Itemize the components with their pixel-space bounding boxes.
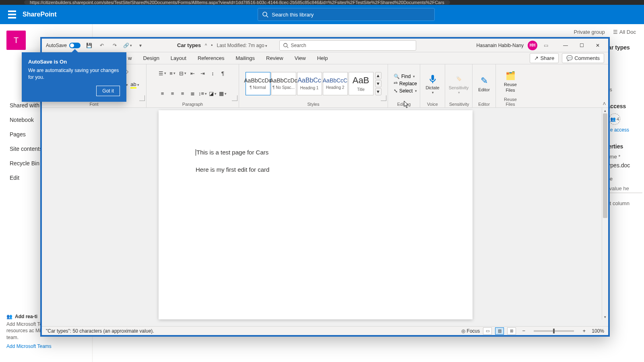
view-all-docs[interactable]: All Doc (619, 29, 636, 35)
tab-design[interactable]: Design (137, 52, 165, 64)
document-page-1[interactable]: This is a test page for Cars Here is my … (159, 110, 473, 319)
tab-review[interactable]: Review (260, 52, 289, 64)
shading-icon[interactable]: ◪ (208, 89, 217, 98)
autosave-toggle-group[interactable]: AutoSave (46, 43, 80, 48)
autosave-callout: AutoSave is On We are automatically savi… (22, 52, 126, 102)
increase-indent-icon[interactable]: ⇥ (198, 69, 207, 78)
signed-in-user[interactable]: Hasanain Habib-Nany (477, 43, 524, 48)
save-icon[interactable]: 💾 (85, 41, 93, 50)
svg-line-1 (266, 16, 268, 17)
document-paragraph-2[interactable]: Here is my first edit for card (196, 166, 436, 173)
document-title[interactable]: Car types (177, 42, 201, 48)
focus-button[interactable]: ◎ Focus (461, 328, 480, 334)
styles-expand-icon[interactable]: ▾ (375, 88, 382, 95)
zoom-out-button[interactable]: − (519, 327, 528, 335)
zoom-in-button[interactable]: + (580, 327, 588, 335)
align-left-icon[interactable]: ≡ (158, 89, 167, 98)
tell-me-search[interactable]: Search (279, 40, 416, 51)
styles-dialog-launcher-icon[interactable] (381, 95, 386, 101)
style-heading2[interactable]: AaBbCcCHeading 2 (323, 72, 348, 95)
paragraph-dialog-launcher-icon[interactable] (232, 95, 237, 101)
maximize-button[interactable]: ☐ (574, 40, 590, 51)
tab-layout[interactable]: Layout (165, 52, 192, 64)
sensitivity-button[interactable]: 🏷️ Sensitivity (447, 72, 471, 95)
print-layout-view-icon[interactable]: ▥ (495, 327, 504, 335)
share-button[interactable]: ↗ Share (530, 53, 559, 63)
style-nospacing[interactable]: AaBbCcDc¶ No Spac... (271, 72, 296, 95)
add-teams-link[interactable]: Add Microsoft Teams (6, 343, 87, 349)
zoom-slider[interactable] (534, 330, 574, 332)
justify-icon[interactable]: ≣ (188, 89, 197, 98)
style-normal[interactable]: AaBbCcDc¶ Normal (246, 72, 270, 95)
ribbon-display-options-icon[interactable]: ▭ (541, 41, 550, 50)
search-icon (262, 11, 268, 18)
reuse-files-button[interactable]: 🗂️ Reuse Files (502, 69, 518, 93)
document-paragraph-1[interactable]: This is a test page for Cars (196, 149, 436, 156)
sharepoint-top-right-badges: Private group ☰ All Doc (574, 29, 636, 35)
accessibility-icon[interactable]: 🔗 (123, 41, 132, 50)
multilevel-list-icon[interactable]: ⊟ (178, 69, 187, 78)
show-marks-icon[interactable]: ¶ (219, 69, 227, 78)
site-logo-tile[interactable]: T (6, 31, 26, 50)
document-canvas[interactable]: This is a test page for Cars Here is my … (42, 108, 608, 326)
style-title[interactable]: AaBTitle (349, 72, 374, 95)
sort-icon[interactable]: ↕ (208, 69, 217, 78)
search-placeholder: Search this library (272, 12, 314, 18)
bullets-icon[interactable]: ☰ (158, 69, 167, 78)
read-mode-view-icon[interactable]: ▭ (483, 327, 492, 335)
access-count-badge[interactable]: 👥4 (609, 113, 620, 125)
browser-url[interactable]: https://citizenbuilders.sharepoint.com/s… (24, 0, 450, 4)
redo-icon[interactable]: ↷ (110, 41, 119, 50)
sharepoint-brand[interactable]: SharePoint (23, 11, 56, 18)
styles-scroll-down-icon[interactable]: ▾ (375, 80, 382, 87)
ribbon-group-editing: 🔍 Find ᵃᵇ Replace ⤡ Select Editing (388, 64, 420, 107)
private-group-badge: Private group (574, 29, 605, 35)
sharepoint-search-box[interactable]: Search this library (258, 8, 435, 21)
undo-icon[interactable]: ↶ (97, 41, 106, 50)
align-right-icon[interactable]: ≡ (178, 89, 187, 98)
close-button[interactable]: ✕ (590, 40, 606, 51)
borders-icon[interactable]: ▦ (219, 89, 227, 98)
tab-references[interactable]: References (192, 52, 230, 64)
tab-mailings[interactable]: Mailings (230, 52, 260, 64)
numbering-icon[interactable]: ≡ (168, 69, 177, 78)
scroll-up-arrow-icon[interactable]: ▴ (602, 108, 608, 113)
callout-got-it-button[interactable]: Got it (96, 86, 120, 96)
last-modified-label[interactable]: Last Modified: 7m ago (217, 43, 267, 48)
tab-view[interactable]: View (289, 52, 312, 64)
find-button[interactable]: 🔍 Find (392, 73, 417, 80)
font-dialog-launcher-icon[interactable] (139, 95, 145, 101)
vertical-scrollbar[interactable]: ▴ ▾ (602, 108, 608, 320)
editor-button[interactable]: ✎ Editor (476, 74, 492, 93)
align-center-icon[interactable]: ≡ (168, 89, 177, 98)
scroll-down-arrow-icon[interactable]: ▾ (602, 314, 608, 320)
comments-button[interactable]: 💬 Comments (562, 53, 604, 63)
reuse-files-icon: 🗂️ (504, 69, 517, 82)
ribbon-tab-strip: w Design Layout References Mailings Revi… (42, 52, 608, 64)
web-layout-view-icon[interactable]: ⊞ (507, 327, 516, 335)
user-avatar[interactable]: HH (528, 41, 537, 50)
customize-qat-icon[interactable]: ▾ (136, 41, 145, 50)
decrease-indent-icon[interactable]: ⇤ (188, 69, 197, 78)
zoom-percentage[interactable]: 100% (592, 328, 604, 334)
minimize-button[interactable]: — (557, 40, 574, 51)
line-spacing-icon[interactable]: ↕≡ (198, 89, 207, 98)
scrollbar-thumb[interactable] (603, 113, 607, 218)
styles-scroll-up-icon[interactable]: ▴ (375, 72, 382, 79)
dictate-button[interactable]: Dictate (424, 72, 441, 95)
select-button[interactable]: ⤡ Select (392, 88, 419, 94)
app-launcher-icon[interactable] (8, 10, 16, 19)
highlight-color-icon[interactable]: ab (130, 80, 139, 89)
autosave-toggle[interactable] (69, 43, 80, 48)
ribbon-group-paragraph: ☰ ≡ ⊟ ⇤ ⇥ ↕ ¶ ≡ ≡ ≡ ≣ ↕≡ ◪ ▦ Paragraph (147, 64, 239, 107)
tab-help[interactable]: Help (312, 52, 334, 64)
replace-button[interactable]: ᵃᵇ Replace (392, 80, 419, 87)
microphone-icon (427, 74, 438, 84)
ribbon-group-font: AutoSave is On We are automatically savi… (42, 64, 147, 107)
style-heading1[interactable]: AaBbCcHeading 1 (297, 72, 322, 95)
accessibility-indicator-icon: ᴬ (205, 43, 207, 48)
word-app-window: AutoSave 💾 ↶ ↷ 🔗 ▾ Car types ᴬ • Last Mo… (40, 37, 610, 337)
ribbon-group-sensitivity: 🏷️ Sensitivity Sensitivity (445, 64, 473, 107)
collapse-ribbon-icon[interactable]: ᐱ (603, 101, 606, 106)
search-icon (283, 43, 289, 48)
